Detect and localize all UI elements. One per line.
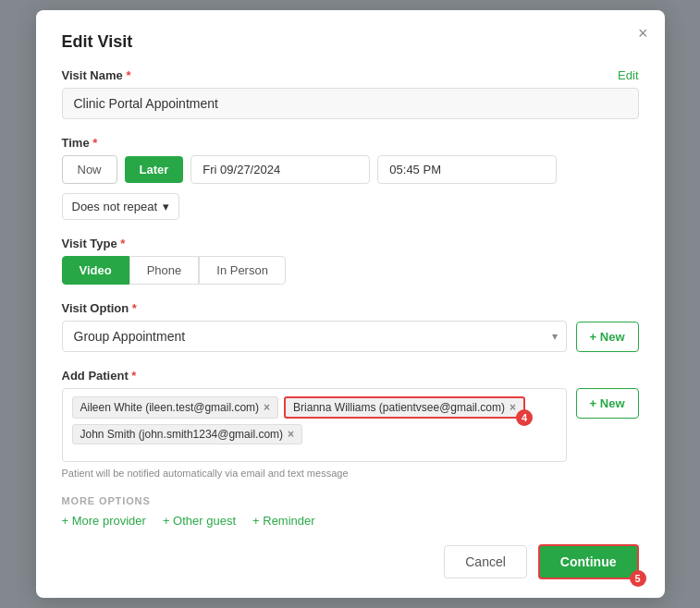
more-options-label: MORE OPTIONS [62, 495, 639, 506]
modal-title: Edit Visit [62, 32, 639, 52]
patient-tag-brianna: Brianna Williams (patientvsee@gmail.com)… [284, 396, 525, 419]
visit-type-label: Visit Type * [62, 237, 639, 250]
visit-name-input[interactable] [62, 88, 639, 119]
visit-option-select-wrap: Group Appointment ▾ [62, 321, 567, 352]
remove-patient-john[interactable]: × [288, 429, 294, 440]
time-section: Time * Now Later Does not repeat ▾ [62, 136, 639, 220]
repeat-select-wrap[interactable]: Does not repeat ▾ [62, 193, 180, 220]
new-visit-option-button[interactable]: + New [576, 322, 639, 352]
time-label: Time * [62, 136, 639, 150]
visit-name-section: Visit Name * Edit [62, 68, 639, 119]
remove-patient-aileen[interactable]: × [264, 402, 270, 413]
close-button[interactable]: × [638, 25, 648, 42]
add-patient-box-wrap: Aileen White (ileen.test@gmail.com) × Br… [62, 388, 567, 479]
patient-notification-text: Patient will be notified automatically v… [62, 468, 567, 479]
edit-link[interactable]: Edit [618, 68, 638, 82]
add-patient-label: Add Patient * [62, 369, 639, 383]
visit-option-row: Group Appointment ▾ + New [62, 321, 639, 352]
add-patient-box[interactable]: Aileen White (ileen.test@gmail.com) × Br… [62, 388, 567, 462]
time-row: Now Later [62, 155, 639, 184]
date-input[interactable] [190, 155, 370, 184]
modal-footer: Cancel Continue 5 [62, 544, 639, 579]
new-patient-button[interactable]: + New [576, 388, 639, 419]
later-button[interactable]: Later [125, 156, 184, 183]
visit-option-label: Visit Option * [62, 301, 639, 315]
more-options-section: MORE OPTIONS + More provider + Other gue… [62, 495, 639, 528]
more-options-links: + More provider + Other guest + Reminder [62, 514, 639, 528]
now-button[interactable]: Now [62, 155, 117, 184]
patient-tag-aileen: Aileen White (ileen.test@gmail.com) × [72, 396, 279, 419]
visit-option-section: Visit Option * Group Appointment ▾ + New [62, 301, 639, 352]
add-patient-section: Add Patient * Aileen White (ileen.test@g… [62, 369, 639, 479]
continue-btn-wrapper: Continue 5 [538, 544, 639, 579]
other-guest-link[interactable]: + Other guest [163, 514, 236, 528]
more-provider-link[interactable]: + More provider [62, 514, 146, 528]
patient-badge-4: 4 [516, 409, 533, 426]
cancel-button[interactable]: Cancel [444, 545, 527, 578]
visit-type-section: Visit Type * Video Phone In Person [62, 237, 639, 285]
continue-button[interactable]: Continue [538, 544, 639, 579]
visit-type-in-person[interactable]: In Person [199, 256, 286, 285]
modal-overlay: Edit Visit × Visit Name * Edit Time * No… [0, 0, 700, 608]
visit-type-phone[interactable]: Phone [129, 256, 200, 285]
remove-patient-brianna[interactable]: × [510, 402, 516, 413]
visit-type-row: Video Phone In Person [62, 256, 639, 285]
reminder-link[interactable]: + Reminder [252, 514, 315, 528]
visit-type-video[interactable]: Video [62, 256, 129, 285]
add-patient-row: Aileen White (ileen.test@gmail.com) × Br… [62, 388, 639, 479]
visit-option-select[interactable]: Group Appointment [62, 321, 567, 352]
repeat-label: Does not repeat [72, 200, 158, 213]
chevron-down-icon: ▾ [163, 200, 169, 213]
visit-name-label: Visit Name * Edit [62, 68, 639, 82]
time-input[interactable] [377, 155, 557, 184]
edit-visit-modal: Edit Visit × Visit Name * Edit Time * No… [36, 10, 665, 598]
patient-tag-john: John Smith (john.smith1234@gmail.com) × [72, 424, 303, 444]
continue-badge-5: 5 [630, 570, 646, 587]
patient-tag-brianna-wrapper: Brianna Williams (patientvsee@gmail.com)… [284, 396, 525, 419]
